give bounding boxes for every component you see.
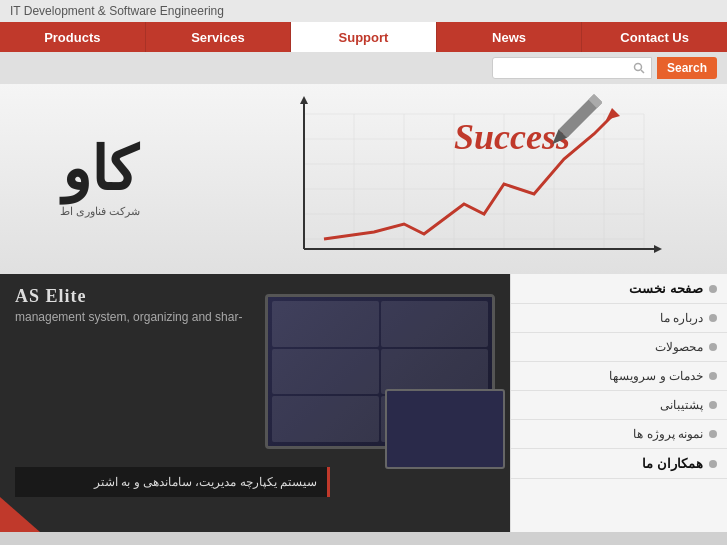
- sidebar-label-support: پشتیبانی: [521, 398, 703, 412]
- sidebar-label-about: درباره ما: [521, 311, 703, 325]
- chart-area: Success: [200, 84, 727, 274]
- sidebar-label-home: صفحه نخست: [521, 281, 703, 296]
- hero-banner: کاو شرکت فناوری اط: [0, 84, 727, 274]
- search-button[interactable]: Search: [657, 57, 717, 79]
- sidebar-item-support[interactable]: پشتیبانی: [511, 391, 727, 420]
- sidebar-item-about[interactable]: درباره ما: [511, 304, 727, 333]
- lower-section: AS Elite management system, organizing a…: [0, 274, 727, 532]
- left-content: AS Elite management system, organizing a…: [0, 274, 510, 532]
- sidebar-bullet-home: [709, 285, 717, 293]
- logo-text: کاو: [62, 140, 138, 200]
- persian-promo: سیستم یکپارچه مدیریت، ساماندهی و به اشتر: [15, 467, 330, 497]
- main-nav: Products Services Support News Contact U…: [0, 22, 727, 52]
- sidebar-bullet-partners: [709, 460, 717, 468]
- screen-panel-3: [272, 349, 379, 395]
- sidebar-bullet-support: [709, 401, 717, 409]
- sidebar-bullet-about: [709, 314, 717, 322]
- nav-item-contact[interactable]: Contact Us: [582, 22, 727, 52]
- search-bar: Search: [0, 52, 727, 84]
- success-text: Success: [454, 117, 570, 157]
- nav-item-products[interactable]: Products: [0, 22, 146, 52]
- mockup-container: [265, 294, 495, 449]
- red-corner-decoration: [0, 497, 40, 532]
- sidebar-label-products: محصولات: [521, 340, 703, 354]
- logo-area: کاو شرکت فناوری اط: [0, 84, 200, 274]
- sidebar-label-services: خدمات و سرویسها: [521, 369, 703, 383]
- svg-marker-17: [300, 96, 308, 104]
- top-bar: IT Development & Software Engineering: [0, 0, 727, 22]
- sidebar-item-projects[interactable]: نمونه پروژه ها: [511, 420, 727, 449]
- sidebar-item-partners[interactable]: همکاران ما: [511, 449, 727, 479]
- sidebar-item-services[interactable]: خدمات و سرویسها: [511, 362, 727, 391]
- screen-panel-1: [272, 301, 379, 347]
- sidebar: صفحه نخست درباره ما محصولات خدمات و سروی…: [510, 274, 727, 532]
- sidebar-bullet-projects: [709, 430, 717, 438]
- small-screen: [385, 389, 505, 469]
- company-subtitle: IT Development & Software Engineering: [10, 4, 224, 18]
- nav-item-news[interactable]: News: [437, 22, 583, 52]
- persian-promo-text: سیستم یکپارچه مدیریت، ساماندهی و به اشتر: [25, 475, 317, 489]
- svg-marker-16: [654, 245, 662, 253]
- sidebar-label-projects: نمونه پروژه ها: [521, 427, 703, 441]
- nav-item-services[interactable]: Services: [146, 22, 292, 52]
- sidebar-item-products[interactable]: محصولات: [511, 333, 727, 362]
- screen-panel-5: [272, 396, 379, 442]
- nav-item-support[interactable]: Support: [291, 22, 437, 52]
- sidebar-bullet-products: [709, 343, 717, 351]
- chart-svg: Success: [224, 84, 704, 274]
- search-input[interactable]: [492, 57, 652, 79]
- logo-subtitle: شرکت فناوری اط: [60, 205, 140, 218]
- sidebar-bullet-services: [709, 372, 717, 380]
- screen-panel-2: [381, 301, 488, 347]
- screen-panel-4: [381, 349, 488, 395]
- sidebar-label-partners: همکاران ما: [521, 456, 703, 471]
- sidebar-item-home[interactable]: صفحه نخست: [511, 274, 727, 304]
